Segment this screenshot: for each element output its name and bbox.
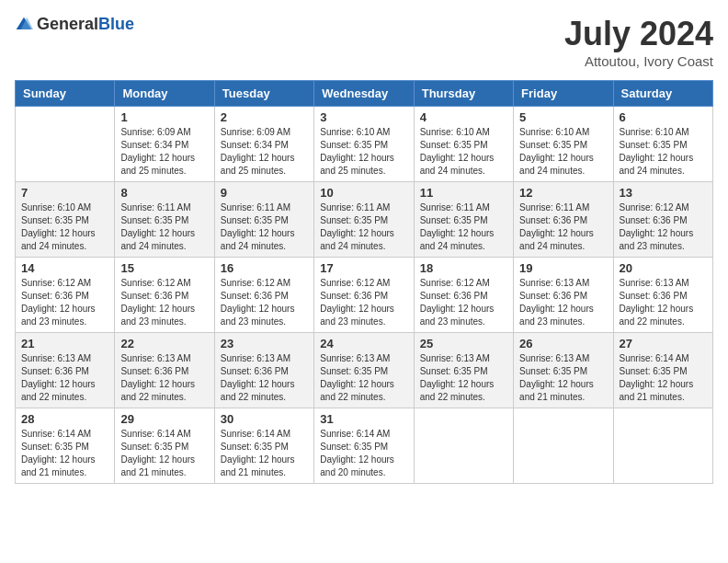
day-info: Sunrise: 6:12 AM Sunset: 6:36 PM Dayligh… — [420, 277, 507, 328]
day-number: 28 — [21, 412, 108, 426]
day-number: 1 — [120, 110, 208, 124]
calendar-day-26: 26Sunrise: 6:13 AM Sunset: 6:35 PM Dayli… — [514, 333, 613, 408]
day-info: Sunrise: 6:14 AM Sunset: 6:35 PM Dayligh… — [320, 428, 407, 479]
day-header-monday: Monday — [115, 81, 214, 107]
calendar-day-14: 14Sunrise: 6:12 AM Sunset: 6:36 PM Dayli… — [16, 258, 115, 333]
day-number: 12 — [519, 186, 607, 200]
logo-general: General — [37, 15, 98, 33]
day-info: Sunrise: 6:11 AM Sunset: 6:36 PM Dayligh… — [519, 201, 607, 253]
calendar-day-9: 9Sunrise: 6:11 AM Sunset: 6:35 PM Daylig… — [214, 182, 313, 258]
calendar-day-17: 17Sunrise: 6:12 AM Sunset: 6:36 PM Dayli… — [314, 258, 414, 333]
day-header-sunday: Sunday — [16, 81, 115, 107]
calendar-day-4: 4Sunrise: 6:10 AM Sunset: 6:35 PM Daylig… — [414, 107, 513, 182]
empty-cell — [414, 408, 513, 484]
day-number: 30 — [221, 412, 308, 426]
day-info: Sunrise: 6:10 AM Sunset: 6:35 PM Dayligh… — [320, 126, 407, 178]
day-number: 24 — [320, 337, 407, 350]
day-number: 5 — [519, 110, 607, 124]
empty-cell — [613, 408, 712, 484]
day-info: Sunrise: 6:14 AM Sunset: 6:35 PM Dayligh… — [221, 428, 308, 479]
day-number: 9 — [221, 186, 308, 200]
calendar-day-11: 11Sunrise: 6:11 AM Sunset: 6:35 PM Dayli… — [414, 182, 513, 258]
day-info: Sunrise: 6:13 AM Sunset: 6:35 PM Dayligh… — [420, 352, 507, 404]
month-year-title: July 2024 — [564, 15, 713, 53]
day-info: Sunrise: 6:12 AM Sunset: 6:36 PM Dayligh… — [620, 201, 707, 253]
day-info: Sunrise: 6:14 AM Sunset: 6:35 PM Dayligh… — [21, 428, 108, 479]
day-number: 27 — [620, 337, 707, 350]
calendar-day-22: 22Sunrise: 6:13 AM Sunset: 6:36 PM Dayli… — [115, 333, 214, 408]
day-number: 21 — [21, 337, 108, 350]
day-number: 14 — [21, 261, 108, 275]
calendar-day-27: 27Sunrise: 6:14 AM Sunset: 6:35 PM Dayli… — [613, 333, 712, 408]
logo: GeneralBlue — [15, 15, 134, 34]
day-number: 23 — [221, 337, 308, 350]
day-info: Sunrise: 6:12 AM Sunset: 6:36 PM Dayligh… — [320, 277, 407, 328]
calendar-day-6: 6Sunrise: 6:10 AM Sunset: 6:35 PM Daylig… — [613, 107, 712, 182]
day-header-friday: Friday — [514, 81, 613, 107]
calendar-day-30: 30Sunrise: 6:14 AM Sunset: 6:35 PM Dayli… — [214, 408, 313, 484]
calendar-day-19: 19Sunrise: 6:13 AM Sunset: 6:36 PM Dayli… — [514, 258, 613, 333]
day-number: 8 — [120, 186, 208, 200]
day-number: 15 — [120, 261, 208, 275]
day-header-wednesday: Wednesday — [314, 81, 414, 107]
day-info: Sunrise: 6:11 AM Sunset: 6:35 PM Dayligh… — [320, 201, 407, 253]
day-number: 26 — [519, 337, 607, 350]
calendar-day-23: 23Sunrise: 6:13 AM Sunset: 6:36 PM Dayli… — [214, 333, 313, 408]
logo-icon — [15, 16, 33, 34]
day-info: Sunrise: 6:09 AM Sunset: 6:34 PM Dayligh… — [221, 126, 308, 178]
calendar-day-3: 3Sunrise: 6:10 AM Sunset: 6:35 PM Daylig… — [314, 107, 414, 182]
day-info: Sunrise: 6:11 AM Sunset: 6:35 PM Dayligh… — [120, 201, 208, 253]
day-info: Sunrise: 6:13 AM Sunset: 6:35 PM Dayligh… — [320, 352, 407, 404]
day-info: Sunrise: 6:14 AM Sunset: 6:35 PM Dayligh… — [620, 352, 707, 404]
day-info: Sunrise: 6:13 AM Sunset: 6:36 PM Dayligh… — [620, 277, 707, 328]
calendar-day-15: 15Sunrise: 6:12 AM Sunset: 6:36 PM Dayli… — [115, 258, 214, 333]
day-info: Sunrise: 6:11 AM Sunset: 6:35 PM Dayligh… — [221, 201, 308, 253]
day-header-thursday: Thursday — [414, 81, 513, 107]
calendar-day-20: 20Sunrise: 6:13 AM Sunset: 6:36 PM Dayli… — [613, 258, 712, 333]
calendar-day-2: 2Sunrise: 6:09 AM Sunset: 6:34 PM Daylig… — [214, 107, 313, 182]
calendar-day-24: 24Sunrise: 6:13 AM Sunset: 6:35 PM Dayli… — [314, 333, 414, 408]
calendar-day-10: 10Sunrise: 6:11 AM Sunset: 6:35 PM Dayli… — [314, 182, 414, 258]
empty-cell — [16, 107, 115, 182]
day-info: Sunrise: 6:10 AM Sunset: 6:35 PM Dayligh… — [620, 126, 707, 178]
day-number: 3 — [320, 110, 407, 124]
day-number: 17 — [320, 261, 407, 275]
day-info: Sunrise: 6:13 AM Sunset: 6:36 PM Dayligh… — [120, 352, 208, 404]
day-info: Sunrise: 6:12 AM Sunset: 6:36 PM Dayligh… — [221, 277, 308, 328]
day-info: Sunrise: 6:12 AM Sunset: 6:36 PM Dayligh… — [21, 277, 108, 328]
day-info: Sunrise: 6:13 AM Sunset: 6:35 PM Dayligh… — [519, 352, 607, 404]
day-number: 11 — [420, 186, 507, 200]
calendar-day-13: 13Sunrise: 6:12 AM Sunset: 6:36 PM Dayli… — [613, 182, 712, 258]
day-number: 19 — [519, 261, 607, 275]
calendar-table: SundayMondayTuesdayWednesdayThursdayFrid… — [15, 80, 713, 484]
day-number: 16 — [221, 261, 308, 275]
calendar-day-21: 21Sunrise: 6:13 AM Sunset: 6:36 PM Dayli… — [16, 333, 115, 408]
calendar-day-5: 5Sunrise: 6:10 AM Sunset: 6:35 PM Daylig… — [514, 107, 613, 182]
logo-text: GeneralBlue — [37, 15, 134, 34]
day-number: 25 — [420, 337, 507, 350]
day-header-tuesday: Tuesday — [214, 81, 313, 107]
day-number: 22 — [120, 337, 208, 350]
logo-blue: Blue — [98, 15, 134, 33]
day-info: Sunrise: 6:14 AM Sunset: 6:35 PM Dayligh… — [120, 428, 208, 479]
day-number: 13 — [620, 186, 707, 200]
day-info: Sunrise: 6:11 AM Sunset: 6:35 PM Dayligh… — [420, 201, 507, 253]
day-number: 10 — [320, 186, 407, 200]
day-number: 18 — [420, 261, 507, 275]
day-number: 20 — [620, 261, 707, 275]
calendar-day-12: 12Sunrise: 6:11 AM Sunset: 6:36 PM Dayli… — [514, 182, 613, 258]
day-info: Sunrise: 6:09 AM Sunset: 6:34 PM Dayligh… — [120, 126, 208, 178]
day-info: Sunrise: 6:13 AM Sunset: 6:36 PM Dayligh… — [221, 352, 308, 404]
calendar-day-18: 18Sunrise: 6:12 AM Sunset: 6:36 PM Dayli… — [414, 258, 513, 333]
day-info: Sunrise: 6:13 AM Sunset: 6:36 PM Dayligh… — [21, 352, 108, 404]
location-subtitle: Attoutou, Ivory Coast — [564, 53, 713, 69]
day-info: Sunrise: 6:12 AM Sunset: 6:36 PM Dayligh… — [120, 277, 208, 328]
day-info: Sunrise: 6:13 AM Sunset: 6:36 PM Dayligh… — [519, 277, 607, 328]
calendar-day-28: 28Sunrise: 6:14 AM Sunset: 6:35 PM Dayli… — [16, 408, 115, 484]
title-block: July 2024 Attoutou, Ivory Coast — [564, 15, 713, 69]
day-number: 29 — [120, 412, 208, 426]
day-info: Sunrise: 6:10 AM Sunset: 6:35 PM Dayligh… — [21, 201, 108, 253]
calendar-header-row: SundayMondayTuesdayWednesdayThursdayFrid… — [16, 81, 713, 107]
calendar-day-16: 16Sunrise: 6:12 AM Sunset: 6:36 PM Dayli… — [214, 258, 313, 333]
calendar-day-7: 7Sunrise: 6:10 AM Sunset: 6:35 PM Daylig… — [16, 182, 115, 258]
